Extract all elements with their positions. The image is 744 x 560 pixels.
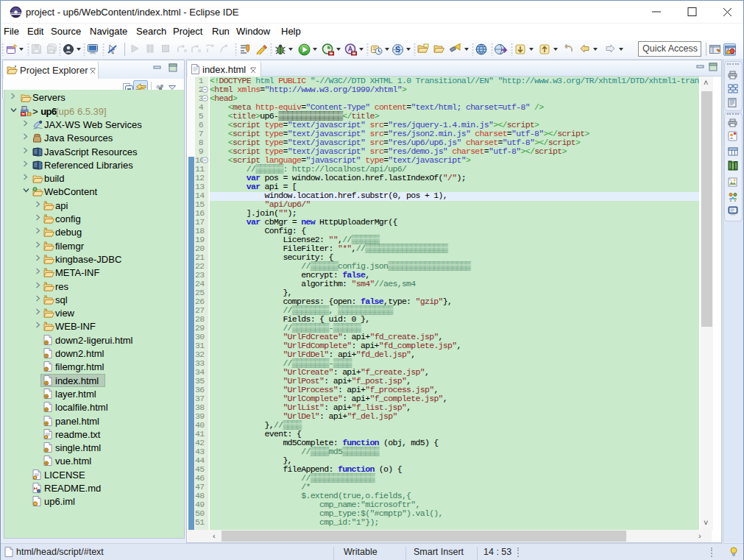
svg-text:S: S bbox=[395, 46, 400, 54]
